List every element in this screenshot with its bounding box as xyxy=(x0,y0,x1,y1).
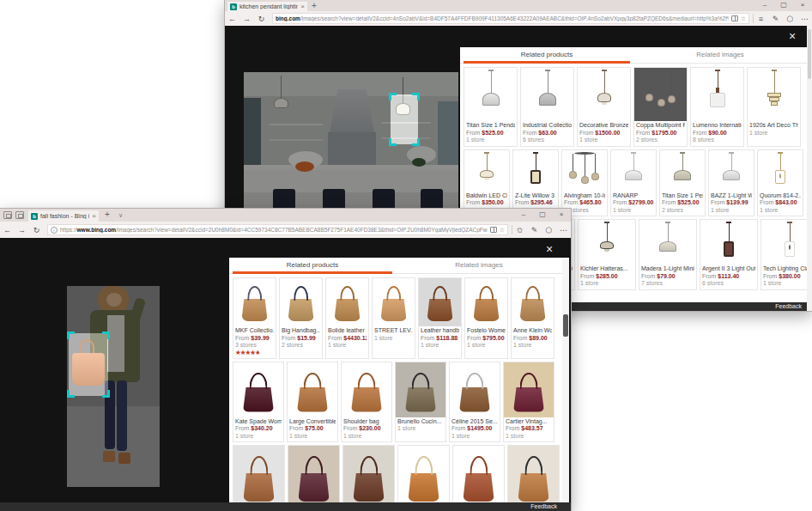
new-tab-button[interactable]: + xyxy=(312,2,317,10)
forward-icon[interactable]: → xyxy=(15,226,29,234)
product-card[interactable]: Leather handbagFrom $118.881 store xyxy=(418,277,462,359)
new-tab-button[interactable]: + xyxy=(105,210,110,219)
back-icon[interactable]: ← xyxy=(225,15,239,23)
scrollbar-thumb[interactable] xyxy=(563,314,568,337)
tab-close-icon[interactable]: × xyxy=(92,213,96,220)
selection-corner-icon xyxy=(102,332,110,339)
product-card[interactable]: BAZZ 1-Light White In...From $139.991 st… xyxy=(708,149,754,217)
product-card[interactable] xyxy=(507,445,560,508)
handbag-product-image xyxy=(326,278,368,326)
tab-related-products[interactable]: Related products xyxy=(460,47,633,63)
maximize-button[interactable]: ▢ xyxy=(774,0,793,9)
hub-icon[interactable]: ≡ xyxy=(754,15,768,23)
product-card[interactable]: Quorum 814-2...From $843.001 store xyxy=(757,149,803,217)
store-count: 1 store xyxy=(374,335,413,343)
refresh-icon[interactable]: ↻ xyxy=(254,15,269,23)
product-title: Large Convertible Tw... xyxy=(289,418,336,426)
product-card[interactable] xyxy=(233,445,285,508)
address-bar[interactable]: i https://www.bing.com/images/search?vie… xyxy=(47,224,508,235)
feedback-bar[interactable]: Feedback xyxy=(0,502,571,511)
product-card[interactable]: Industrial Collection Pend...From $63.00… xyxy=(520,67,574,147)
product-card[interactable]: Tech Lighting Clark P...From $380.001 st… xyxy=(760,219,812,290)
close-detail-icon[interactable]: × xyxy=(789,30,796,42)
refresh-icon[interactable]: ↻ xyxy=(29,226,44,234)
product-card[interactable]: Anne Klein Wom...From $89.001 store xyxy=(511,277,554,359)
tab-list-chevron-icon[interactable]: ∨ xyxy=(118,212,123,218)
hub-icon[interactable]: ✩ xyxy=(512,226,527,234)
tab-related-images[interactable]: Related images xyxy=(396,258,562,273)
product-card[interactable]: Titan Size 1 Pendant L...From $525.002 s… xyxy=(659,149,706,217)
product-title: Brunello Cucin... xyxy=(397,418,444,426)
product-card[interactable]: Fostelo Women's...From $795.001 store xyxy=(464,277,508,359)
product-card[interactable]: Coppa Multipoint Pendant...From $1795.00… xyxy=(633,67,688,147)
product-card[interactable]: Brunello Cucin...1 store xyxy=(395,362,446,443)
product-card[interactable] xyxy=(342,445,395,508)
product-card[interactable]: Big Handbag...From $15.992 stores xyxy=(279,277,323,359)
product-card[interactable] xyxy=(288,445,340,508)
product-card[interactable]: STREET LEV...1 store xyxy=(372,277,415,359)
fashion-source-image[interactable] xyxy=(67,286,160,487)
web-note-icon[interactable]: ✎ xyxy=(768,15,783,23)
product-card[interactable]: Z-Lite Willow 3 Light P...From $295.4610… xyxy=(512,149,559,217)
scrollbar-thumb[interactable] xyxy=(808,29,811,79)
tab-related-images[interactable]: Related images xyxy=(633,47,807,63)
maximize-button[interactable]: ▢ xyxy=(533,209,552,220)
bing-favicon: b xyxy=(230,3,237,10)
product-price: From $15.99 xyxy=(282,335,320,343)
scrollbar[interactable] xyxy=(807,26,812,311)
close-window-button[interactable]: × xyxy=(793,0,812,9)
product-card[interactable]: Large Convertible Tw...From $75.001 stor… xyxy=(287,362,338,443)
site-info-icon[interactable]: i xyxy=(51,227,58,234)
close-window-button[interactable]: × xyxy=(552,209,571,220)
product-card[interactable]: Kichler Hatteras...From $285.001 store xyxy=(578,219,636,290)
store-count: 1 store xyxy=(467,342,506,350)
handbag-product-image xyxy=(288,446,339,508)
set-tabs-aside-icon[interactable] xyxy=(3,211,12,219)
visual-search-selection[interactable] xyxy=(391,94,418,144)
favorite-star-icon[interactable]: ☆ xyxy=(741,15,746,22)
store-count: 1 store xyxy=(579,137,628,144)
reading-view-icon[interactable] xyxy=(731,15,738,21)
reading-view-icon[interactable] xyxy=(490,227,497,233)
share-icon[interactable]: ⬡ xyxy=(542,226,556,234)
product-card[interactable]: Baldwin LED Chain...From $350.001 store xyxy=(464,149,510,217)
favorite-star-icon[interactable]: ☆ xyxy=(500,227,505,234)
minimize-button[interactable]: – xyxy=(755,0,774,9)
tab-kitchen-pendant-lighting[interactable]: b kitchen pendant lighting × xyxy=(227,2,307,11)
more-options-icon[interactable]: ⋯ xyxy=(797,15,812,23)
panel-tabs: Related products Related images xyxy=(229,258,562,274)
url-path: /images/search?view=detailV2&ccid=4nSo2a… xyxy=(300,15,729,21)
back-icon[interactable]: ← xyxy=(0,226,15,234)
product-card[interactable]: Shoulder bagFrom $230.001 store xyxy=(341,362,392,443)
forward-icon[interactable]: → xyxy=(239,15,254,23)
web-note-icon[interactable]: ✎ xyxy=(527,226,542,234)
product-card[interactable]: MKF Collectio...From $39.993 stores★★★★★… xyxy=(233,277,276,359)
product-card[interactable]: Decorative Bronze Pend...From $1500.001 … xyxy=(577,67,631,147)
product-card[interactable]: Alvingham 10-In Oile...From $465.8010 st… xyxy=(561,149,608,217)
product-card[interactable]: Kate Spade Women's...From $340.201 store xyxy=(233,362,284,443)
scrollbar[interactable] xyxy=(562,258,569,502)
product-card[interactable] xyxy=(397,445,450,508)
share-icon[interactable]: ⬡ xyxy=(783,15,797,23)
minimize-button[interactable]: – xyxy=(514,209,533,220)
tab-close-icon[interactable]: × xyxy=(300,3,305,10)
product-card[interactable]: 1920s Art Deco Three-Tie...1 store xyxy=(747,67,801,147)
product-card[interactable]: Cartier Vintag...From $483.571 store xyxy=(503,362,554,443)
tab-fall-fashion[interactable]: b fall fashion - Bing image × xyxy=(28,210,99,222)
product-card[interactable]: Bolide leather ha...From $4430.121 store xyxy=(325,277,369,359)
product-card[interactable]: Argent II 3 Light Outd...From $113.406 s… xyxy=(700,219,758,290)
handbag-product-image xyxy=(419,278,461,326)
product-card[interactable]: Céline 2015 Se...From $1495.001 store xyxy=(449,362,500,443)
product-card[interactable]: Titan Size 1 Pendant LightFrom $525.001 … xyxy=(464,67,518,147)
more-options-icon[interactable]: ⋯ xyxy=(556,226,571,234)
product-card[interactable]: RANARPFrom $2799.001 store xyxy=(610,149,657,217)
address-bar[interactable]: bing.com/images/search?view=detailV2&cci… xyxy=(272,13,749,24)
tab-related-products[interactable]: Related products xyxy=(229,258,396,273)
product-card[interactable]: Madera 1-Light Mini-P...From $79.007 sto… xyxy=(639,219,697,290)
product-card[interactable] xyxy=(452,445,505,508)
visual-search-selection[interactable] xyxy=(69,333,108,396)
kitchen-source-image[interactable] xyxy=(244,72,458,212)
tab-preview-icon[interactable] xyxy=(15,211,24,219)
close-detail-icon[interactable]: × xyxy=(546,243,553,255)
product-card[interactable]: Lumenno International 10...From $90.008 … xyxy=(690,67,744,147)
